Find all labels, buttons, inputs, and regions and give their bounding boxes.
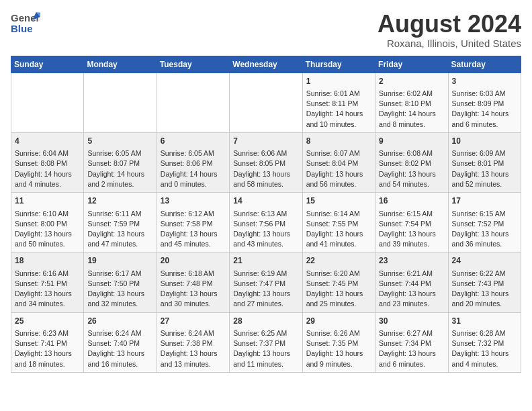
calendar-cell: 9Sunrise: 6:08 AM Sunset: 8:02 PM Daylig…	[375, 132, 448, 192]
day-info: Sunrise: 6:23 AM Sunset: 7:41 PM Dayligh…	[15, 328, 80, 369]
day-info: Sunrise: 6:15 AM Sunset: 7:52 PM Dayligh…	[452, 209, 517, 250]
day-number: 19	[87, 255, 152, 267]
day-number: 23	[379, 255, 444, 267]
page-subtitle: Roxana, Illinois, United States	[378, 38, 521, 49]
day-header-wednesday: Wednesday	[230, 56, 302, 73]
day-info: Sunrise: 6:18 AM Sunset: 7:48 PM Dayligh…	[161, 269, 226, 310]
calendar-week-4: 18Sunrise: 6:16 AM Sunset: 7:51 PM Dayli…	[11, 253, 521, 312]
day-info: Sunrise: 6:22 AM Sunset: 7:43 PM Dayligh…	[452, 269, 517, 310]
day-info: Sunrise: 6:03 AM Sunset: 8:09 PM Dayligh…	[452, 89, 517, 130]
calendar-week-3: 11Sunrise: 6:10 AM Sunset: 8:00 PM Dayli…	[11, 193, 521, 253]
day-header-tuesday: Tuesday	[157, 56, 229, 73]
day-info: Sunrise: 6:27 AM Sunset: 7:34 PM Dayligh…	[379, 328, 444, 369]
day-info: Sunrise: 6:13 AM Sunset: 7:56 PM Dayligh…	[233, 209, 298, 250]
calendar-cell: 19Sunrise: 6:17 AM Sunset: 7:50 PM Dayli…	[84, 253, 157, 312]
calendar-cell: 13Sunrise: 6:12 AM Sunset: 7:58 PM Dayli…	[157, 193, 229, 253]
calendar-cell: 27Sunrise: 6:24 AM Sunset: 7:38 PM Dayli…	[157, 312, 229, 372]
calendar-cell: 5Sunrise: 6:05 AM Sunset: 8:07 PM Daylig…	[84, 132, 157, 192]
logo-svg: General Blue	[11, 11, 40, 38]
day-header-sunday: Sunday	[11, 56, 84, 73]
page-header: General Blue August 2024 Roxana, Illinoi…	[11, 11, 521, 49]
day-header-saturday: Saturday	[448, 56, 521, 73]
calendar-cell: 7Sunrise: 6:06 AM Sunset: 8:05 PM Daylig…	[230, 132, 302, 192]
day-info: Sunrise: 6:21 AM Sunset: 7:44 PM Dayligh…	[379, 269, 444, 310]
day-info: Sunrise: 6:04 AM Sunset: 8:08 PM Dayligh…	[15, 148, 80, 189]
calendar-cell: 17Sunrise: 6:15 AM Sunset: 7:52 PM Dayli…	[448, 193, 521, 253]
svg-text:Blue: Blue	[11, 23, 33, 34]
day-info: Sunrise: 6:12 AM Sunset: 7:58 PM Dayligh…	[161, 209, 226, 250]
calendar-cell: 26Sunrise: 6:24 AM Sunset: 7:40 PM Dayli…	[84, 312, 157, 372]
calendar-cell: 10Sunrise: 6:09 AM Sunset: 8:01 PM Dayli…	[448, 132, 521, 192]
calendar-cell: 14Sunrise: 6:13 AM Sunset: 7:56 PM Dayli…	[230, 193, 302, 253]
calendar-cell: 18Sunrise: 6:16 AM Sunset: 7:51 PM Dayli…	[11, 253, 84, 312]
day-info: Sunrise: 6:24 AM Sunset: 7:38 PM Dayligh…	[161, 328, 226, 369]
day-number: 4	[15, 136, 80, 147]
day-info: Sunrise: 6:01 AM Sunset: 8:11 PM Dayligh…	[306, 89, 371, 130]
day-info: Sunrise: 6:24 AM Sunset: 7:40 PM Dayligh…	[87, 328, 152, 369]
day-info: Sunrise: 6:05 AM Sunset: 8:07 PM Dayligh…	[87, 148, 152, 189]
calendar-cell: 11Sunrise: 6:10 AM Sunset: 8:00 PM Dayli…	[11, 193, 84, 253]
day-info: Sunrise: 6:02 AM Sunset: 8:10 PM Dayligh…	[379, 89, 444, 130]
day-info: Sunrise: 6:06 AM Sunset: 8:05 PM Dayligh…	[233, 148, 298, 189]
calendar-cell: 29Sunrise: 6:26 AM Sunset: 7:35 PM Dayli…	[302, 312, 375, 372]
calendar-cell: 28Sunrise: 6:25 AM Sunset: 7:37 PM Dayli…	[230, 312, 302, 372]
day-number: 12	[87, 195, 152, 207]
day-number: 21	[233, 255, 298, 267]
calendar-cell: 2Sunrise: 6:02 AM Sunset: 8:10 PM Daylig…	[375, 73, 448, 132]
day-number: 5	[87, 136, 152, 147]
day-number: 25	[15, 316, 80, 327]
day-number: 6	[161, 136, 226, 147]
calendar-week-2: 4Sunrise: 6:04 AM Sunset: 8:08 PM Daylig…	[11, 132, 521, 192]
calendar-cell: 12Sunrise: 6:11 AM Sunset: 7:59 PM Dayli…	[84, 193, 157, 253]
day-header-thursday: Thursday	[302, 56, 375, 73]
calendar-cell: 6Sunrise: 6:05 AM Sunset: 8:06 PM Daylig…	[157, 132, 229, 192]
calendar-cell: 31Sunrise: 6:28 AM Sunset: 7:32 PM Dayli…	[448, 312, 521, 372]
calendar-cell: 20Sunrise: 6:18 AM Sunset: 7:48 PM Dayli…	[157, 253, 229, 312]
day-number: 24	[452, 255, 517, 267]
calendar-cell: 3Sunrise: 6:03 AM Sunset: 8:09 PM Daylig…	[448, 73, 521, 132]
calendar-cell: 15Sunrise: 6:14 AM Sunset: 7:55 PM Dayli…	[302, 193, 375, 253]
day-number: 15	[306, 195, 371, 207]
day-number: 13	[161, 195, 226, 207]
day-number: 7	[233, 136, 298, 147]
day-number: 28	[233, 316, 298, 327]
day-info: Sunrise: 6:10 AM Sunset: 8:00 PM Dayligh…	[15, 209, 80, 250]
day-number: 20	[161, 255, 226, 267]
day-header-friday: Friday	[375, 56, 448, 73]
day-number: 31	[452, 316, 517, 327]
day-number: 2	[379, 76, 444, 87]
calendar-cell: 22Sunrise: 6:20 AM Sunset: 7:45 PM Dayli…	[302, 253, 375, 312]
day-number: 14	[233, 195, 298, 207]
day-number: 11	[15, 195, 80, 207]
day-number: 16	[379, 195, 444, 207]
day-info: Sunrise: 6:19 AM Sunset: 7:47 PM Dayligh…	[233, 269, 298, 310]
day-number: 9	[379, 136, 444, 147]
calendar-cell: 16Sunrise: 6:15 AM Sunset: 7:54 PM Dayli…	[375, 193, 448, 253]
day-info: Sunrise: 6:05 AM Sunset: 8:06 PM Dayligh…	[161, 148, 226, 189]
day-info: Sunrise: 6:20 AM Sunset: 7:45 PM Dayligh…	[306, 269, 371, 310]
day-number: 30	[379, 316, 444, 327]
day-number: 26	[87, 316, 152, 327]
logo: General Blue	[11, 11, 40, 38]
day-number: 18	[15, 255, 80, 267]
page-title: August 2024	[378, 11, 521, 38]
calendar-cell	[157, 73, 229, 132]
calendar-week-5: 25Sunrise: 6:23 AM Sunset: 7:41 PM Dayli…	[11, 312, 521, 372]
day-number: 8	[306, 136, 371, 147]
day-number: 17	[452, 195, 517, 207]
title-area: August 2024 Roxana, Illinois, United Sta…	[378, 11, 521, 49]
calendar-cell: 8Sunrise: 6:07 AM Sunset: 8:04 PM Daylig…	[302, 132, 375, 192]
day-info: Sunrise: 6:15 AM Sunset: 7:54 PM Dayligh…	[379, 209, 444, 250]
day-number: 1	[306, 76, 371, 87]
calendar-cell: 24Sunrise: 6:22 AM Sunset: 7:43 PM Dayli…	[448, 253, 521, 312]
day-info: Sunrise: 6:07 AM Sunset: 8:04 PM Dayligh…	[306, 148, 371, 189]
calendar-cell	[84, 73, 157, 132]
calendar-table: SundayMondayTuesdayWednesdayThursdayFrid…	[11, 56, 521, 373]
calendar-cell: 23Sunrise: 6:21 AM Sunset: 7:44 PM Dayli…	[375, 253, 448, 312]
day-info: Sunrise: 6:26 AM Sunset: 7:35 PM Dayligh…	[306, 328, 371, 369]
calendar-cell: 1Sunrise: 6:01 AM Sunset: 8:11 PM Daylig…	[302, 73, 375, 132]
calendar-cell: 25Sunrise: 6:23 AM Sunset: 7:41 PM Dayli…	[11, 312, 84, 372]
day-header-monday: Monday	[84, 56, 157, 73]
day-info: Sunrise: 6:11 AM Sunset: 7:59 PM Dayligh…	[87, 209, 152, 250]
day-info: Sunrise: 6:28 AM Sunset: 7:32 PM Dayligh…	[452, 328, 517, 369]
